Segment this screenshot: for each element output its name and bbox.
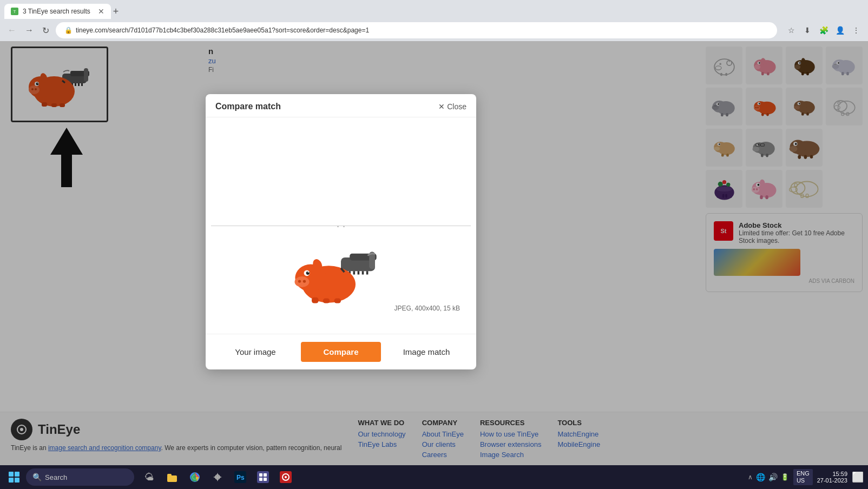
profile-icon[interactable]: 👤	[833, 24, 846, 37]
modal-footer: Your image Compare Image match	[206, 334, 476, 369]
lang-indicator: ENG US	[793, 469, 813, 485]
volume-icon[interactable]: 🔊	[768, 473, 778, 481]
svg-point-145	[295, 276, 310, 287]
modal-title: Compare match	[215, 102, 281, 111]
extensions-icon[interactable]: 🧩	[817, 24, 830, 37]
url-bar[interactable]: 🔒 tineye.com/search/7d101d77b1cb4c3bef30…	[56, 22, 777, 38]
svg-rect-160	[167, 474, 172, 477]
modal-header: Compare match ✕ Close	[206, 94, 476, 117]
start-button[interactable]	[4, 467, 24, 487]
svg-rect-139	[358, 271, 360, 274]
taskbar-search[interactable]: 🔍 Search	[26, 468, 134, 486]
taskbar-search-icon: 🔍	[32, 473, 42, 481]
svg-rect-168	[257, 471, 269, 483]
your-image-button[interactable]: Your image	[215, 342, 295, 362]
active-tab[interactable]: T 3 TinEye search results ✕	[4, 4, 111, 19]
tab-bar: T 3 TinEye search results ✕ +	[0, 0, 868, 19]
photoshop-icon: Ps	[234, 471, 246, 483]
notification-icon[interactable]: ⬜	[852, 471, 864, 483]
svg-rect-169	[259, 473, 262, 477]
taskbar-weather[interactable]: 🌤	[139, 466, 160, 488]
clock: 15:59 27-01-2023	[817, 471, 847, 484]
svg-rect-170	[264, 473, 267, 477]
forward-button[interactable]: →	[23, 24, 36, 36]
svg-rect-152	[312, 297, 319, 303]
tab-favicon: T	[11, 8, 18, 15]
taskbar-file-explorer[interactable]	[161, 466, 183, 488]
svg-rect-172	[264, 478, 267, 481]
lock-icon: 🔒	[64, 27, 73, 34]
taskbar-app-misc[interactable]	[252, 466, 274, 488]
taskbar-photoshop[interactable]: Ps	[229, 466, 251, 488]
battery-icon: 🔋	[781, 473, 789, 481]
modal-close-label: Close	[447, 102, 466, 111]
download-icon[interactable]: ⬇	[801, 24, 814, 37]
taskbar-search-text: Search	[45, 473, 67, 481]
bookmark-icon[interactable]: ☆	[785, 24, 798, 37]
svg-rect-141	[366, 271, 369, 274]
network-icon: 🌐	[756, 473, 765, 481]
modal-image-area: JPEG, 400x400, 15 kB	[216, 123, 465, 328]
browser-chrome: T 3 TinEye search results ✕ + ← → ↻ 🔒 ti…	[0, 0, 868, 41]
clock-date: 27-01-2023	[817, 477, 847, 484]
tab-close-button[interactable]: ✕	[98, 7, 104, 16]
settings-icon	[212, 471, 223, 483]
toolbar-icons: ☆ ⬇ 🧩 👤 ⋮	[785, 24, 863, 37]
close-x-icon: ✕	[438, 102, 445, 111]
address-bar: ← → ↻ 🔒 tineye.com/search/7d101d77b1cb4c…	[0, 19, 868, 41]
compare-button[interactable]: Compare	[301, 342, 381, 362]
svg-rect-138	[353, 271, 356, 274]
svg-rect-153	[323, 298, 330, 303]
chevron-up-icon[interactable]: ∧	[748, 473, 753, 481]
modal-close-button[interactable]: ✕ Close	[438, 102, 466, 111]
svg-point-147	[303, 280, 306, 282]
menu-icon[interactable]: ⋮	[850, 24, 863, 37]
lang-text: ENG US	[797, 470, 810, 484]
taskbar-chrome[interactable]	[184, 466, 206, 488]
svg-text:Ps: Ps	[236, 474, 245, 481]
misc-app-icon	[257, 471, 269, 483]
svg-point-146	[298, 280, 301, 282]
windows-icon	[9, 472, 19, 483]
tab-title: 3 TinEye search results	[23, 8, 90, 15]
svg-point-150	[308, 271, 309, 272]
svg-rect-154	[334, 298, 341, 303]
refresh-button[interactable]: ↻	[40, 24, 51, 37]
image-match-button[interactable]: Image match	[386, 342, 466, 362]
svg-rect-171	[259, 478, 262, 481]
system-tray: ∧ 🌐 🔊 🔋	[748, 473, 789, 481]
svg-point-175	[285, 476, 287, 478]
svg-point-164	[216, 475, 219, 479]
file-explorer-icon	[166, 471, 178, 483]
taskbar: 🔍 Search 🌤	[0, 465, 868, 489]
svg-rect-140	[362, 271, 364, 274]
red-app-icon	[280, 471, 292, 483]
taskbar-apps: 🌤	[139, 466, 297, 488]
taskbar-right: ∧ 🌐 🔊 🔋 ENG US 15:59 27-01-2023 ⬜	[748, 469, 864, 485]
modal-body: · ·	[206, 117, 476, 334]
back-button[interactable]: ←	[5, 24, 18, 36]
chrome-icon	[189, 471, 201, 483]
compare-modal: Compare match ✕ Close · ·	[206, 94, 476, 369]
taskbar-settings[interactable]	[207, 466, 228, 488]
modal-overlay: Compare match ✕ Close · ·	[0, 41, 868, 465]
modal-image-svg	[292, 236, 390, 318]
clock-time: 15:59	[817, 471, 847, 477]
modal-image-info: JPEG, 400x400, 15 kB	[394, 305, 460, 312]
url-text: tineye.com/search/7d101d77b1cb4c3bef30a2…	[76, 27, 369, 34]
new-tab-button[interactable]: +	[113, 6, 119, 17]
page-content: n zu Fi	[0, 41, 868, 465]
taskbar-app-red[interactable]	[275, 466, 297, 488]
